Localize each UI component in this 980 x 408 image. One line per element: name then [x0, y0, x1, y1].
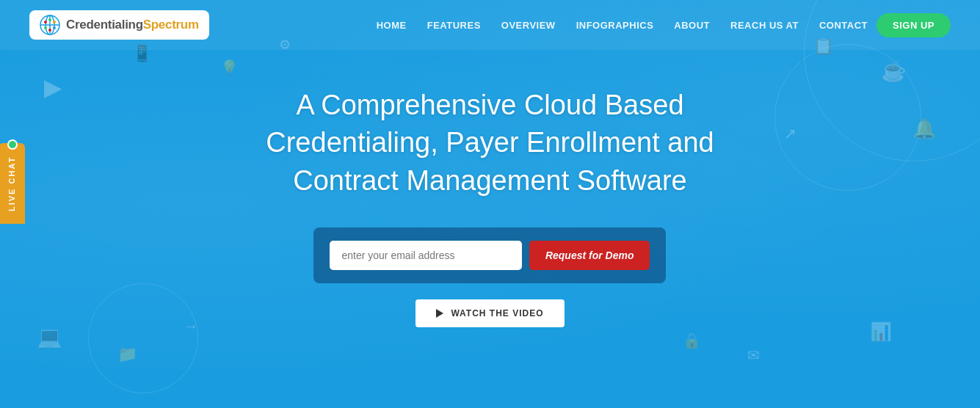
globe-icon [40, 15, 60, 35]
nav-item-features[interactable]: FEATURES [427, 18, 481, 32]
hero-content: A Comprehensive Cloud Based Credentialin… [266, 87, 714, 327]
request-demo-button[interactable]: Request for Demo [529, 241, 650, 270]
navbar: CredentialingSpectrum HOME FEATURES OVER… [0, 0, 980, 50]
logo[interactable]: CredentialingSpectrum [29, 10, 209, 40]
nav-links: HOME FEATURES OVERVIEW INFOGRAPHICS ABOU… [377, 18, 868, 32]
svg-point-9 [44, 26, 47, 29]
nav-item-overview[interactable]: OVERVIEW [501, 18, 556, 32]
nav-item-reach-us[interactable]: REACH US AT [730, 18, 799, 32]
watch-video-label: WATCH THE VIDEO [451, 308, 543, 318]
svg-point-6 [53, 21, 56, 23]
live-chat-dot [7, 139, 18, 150]
signup-button[interactable]: SIGN UP [876, 13, 951, 37]
hero-title: A Comprehensive Cloud Based Credentialin… [266, 87, 714, 200]
logo-text: CredentialingSpectrum [66, 18, 199, 32]
svg-point-5 [48, 18, 51, 21]
svg-point-7 [53, 26, 56, 29]
nav-item-infographics[interactable]: INFOGRAPHICS [576, 18, 654, 32]
play-icon [436, 309, 443, 318]
watch-video-button[interactable]: WATCH THE VIDEO [415, 299, 564, 327]
svg-point-8 [48, 29, 51, 32]
hero-section: ▶ 📱 💡 ☕ 📋 🔔 💻 📁 📊 ✉ ⚙ 🔒 ↗ → [0, 0, 980, 408]
email-form: Request for Demo [313, 227, 666, 283]
svg-point-4 [44, 21, 47, 23]
email-input[interactable] [330, 241, 521, 270]
nav-item-contact[interactable]: CONTACT [819, 18, 868, 32]
nav-item-home[interactable]: HOME [377, 18, 407, 32]
nav-item-about[interactable]: ABOUT [674, 18, 710, 32]
live-chat-tab[interactable]: LIVE CHAT [0, 143, 25, 224]
